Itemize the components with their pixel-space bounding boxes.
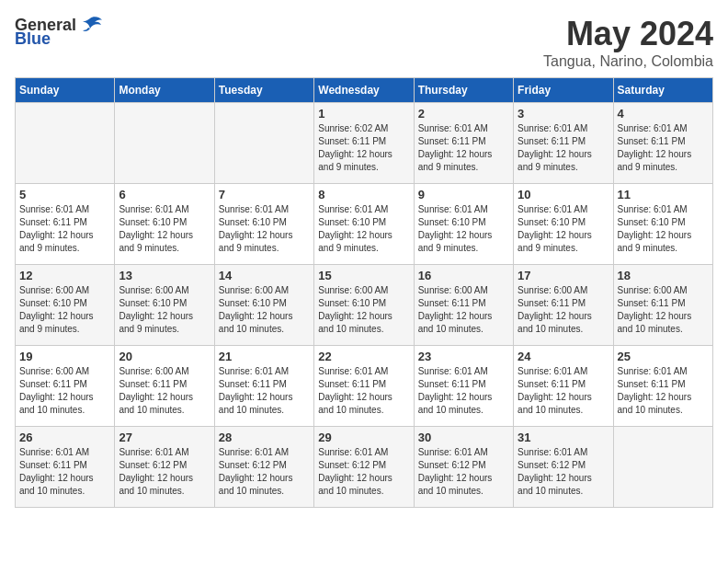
day-info: Sunrise: 6:01 AM Sunset: 6:11 PM Dayligh… [19, 446, 110, 498]
calendar-cell: 11Sunrise: 6:01 AM Sunset: 6:10 PM Dayli… [613, 184, 712, 265]
location-title: Tangua, Narino, Colombia [543, 53, 713, 70]
day-number: 12 [19, 269, 110, 282]
day-number: 1 [318, 107, 409, 121]
day-number: 30 [418, 431, 509, 444]
day-info: Sunrise: 6:01 AM Sunset: 6:10 PM Dayligh… [219, 203, 310, 255]
day-number: 4 [618, 107, 709, 121]
calendar-cell: 23Sunrise: 6:01 AM Sunset: 6:11 PM Dayli… [414, 346, 513, 427]
day-info: Sunrise: 6:01 AM Sunset: 6:10 PM Dayligh… [518, 203, 609, 255]
day-number: 24 [518, 350, 609, 363]
calendar-cell: 1Sunrise: 6:02 AM Sunset: 6:11 PM Daylig… [314, 103, 414, 184]
calendar-cell [214, 103, 313, 184]
calendar-cell [613, 427, 712, 508]
day-info: Sunrise: 6:00 AM Sunset: 6:11 PM Dayligh… [518, 284, 609, 336]
day-info: Sunrise: 6:00 AM Sunset: 6:11 PM Dayligh… [19, 365, 110, 417]
day-number: 6 [119, 188, 210, 201]
calendar-cell: 15Sunrise: 6:00 AM Sunset: 6:10 PM Dayli… [314, 265, 414, 346]
day-number: 8 [318, 188, 409, 201]
day-info: Sunrise: 6:01 AM Sunset: 6:12 PM Dayligh… [518, 446, 609, 498]
day-number: 10 [518, 188, 609, 201]
day-info: Sunrise: 6:00 AM Sunset: 6:10 PM Dayligh… [318, 284, 409, 336]
day-number: 13 [119, 269, 210, 282]
calendar-week-row: 5Sunrise: 6:01 AM Sunset: 6:11 PM Daylig… [16, 184, 713, 265]
calendar-cell: 27Sunrise: 6:01 AM Sunset: 6:12 PM Dayli… [115, 427, 214, 508]
day-number: 27 [119, 431, 210, 444]
header-day-thursday: Thursday [414, 78, 513, 103]
calendar-cell [16, 103, 115, 184]
calendar-cell: 18Sunrise: 6:00 AM Sunset: 6:11 PM Dayli… [613, 265, 712, 346]
calendar-cell: 6Sunrise: 6:01 AM Sunset: 6:10 PM Daylig… [115, 184, 214, 265]
day-number: 19 [19, 350, 110, 363]
calendar-cell: 9Sunrise: 6:01 AM Sunset: 6:10 PM Daylig… [414, 184, 513, 265]
calendar-week-row: 12Sunrise: 6:00 AM Sunset: 6:10 PM Dayli… [16, 265, 713, 346]
calendar-cell: 19Sunrise: 6:00 AM Sunset: 6:11 PM Dayli… [16, 346, 115, 427]
day-number: 17 [518, 269, 609, 282]
header-day-tuesday: Tuesday [214, 78, 313, 103]
day-info: Sunrise: 6:00 AM Sunset: 6:11 PM Dayligh… [119, 365, 210, 417]
day-info: Sunrise: 6:01 AM Sunset: 6:11 PM Dayligh… [618, 122, 709, 174]
day-info: Sunrise: 6:01 AM Sunset: 6:10 PM Dayligh… [318, 203, 409, 255]
page-header: General Blue May 2024 Tangua, Narino, Co… [15, 15, 713, 70]
day-info: Sunrise: 6:01 AM Sunset: 6:11 PM Dayligh… [418, 365, 509, 417]
day-number: 31 [518, 431, 609, 444]
calendar-cell: 2Sunrise: 6:01 AM Sunset: 6:11 PM Daylig… [414, 103, 513, 184]
day-info: Sunrise: 6:01 AM Sunset: 6:10 PM Dayligh… [618, 203, 709, 255]
calendar-cell: 21Sunrise: 6:01 AM Sunset: 6:11 PM Dayli… [214, 346, 313, 427]
day-info: Sunrise: 6:01 AM Sunset: 6:12 PM Dayligh… [219, 446, 310, 498]
calendar-cell: 4Sunrise: 6:01 AM Sunset: 6:11 PM Daylig… [613, 103, 712, 184]
calendar-body: 1Sunrise: 6:02 AM Sunset: 6:11 PM Daylig… [16, 103, 713, 508]
day-number: 18 [618, 269, 709, 282]
calendar-cell: 22Sunrise: 6:01 AM Sunset: 6:11 PM Dayli… [314, 346, 414, 427]
header-day-friday: Friday [514, 78, 613, 103]
calendar-header-row: SundayMondayTuesdayWednesdayThursdayFrid… [16, 78, 713, 103]
calendar-cell: 14Sunrise: 6:00 AM Sunset: 6:10 PM Dayli… [214, 265, 313, 346]
header-day-wednesday: Wednesday [314, 78, 414, 103]
day-info: Sunrise: 6:01 AM Sunset: 6:12 PM Dayligh… [418, 446, 509, 498]
calendar-cell: 26Sunrise: 6:01 AM Sunset: 6:11 PM Dayli… [16, 427, 115, 508]
day-info: Sunrise: 6:01 AM Sunset: 6:11 PM Dayligh… [518, 365, 609, 417]
day-number: 7 [219, 188, 310, 201]
header-day-saturday: Saturday [613, 78, 712, 103]
day-number: 25 [618, 350, 709, 363]
day-number: 28 [219, 431, 310, 444]
day-info: Sunrise: 6:01 AM Sunset: 6:11 PM Dayligh… [219, 365, 310, 417]
calendar-cell: 31Sunrise: 6:01 AM Sunset: 6:12 PM Dayli… [514, 427, 613, 508]
calendar-cell: 3Sunrise: 6:01 AM Sunset: 6:11 PM Daylig… [514, 103, 613, 184]
calendar-cell: 16Sunrise: 6:00 AM Sunset: 6:11 PM Dayli… [414, 265, 513, 346]
logo: General Blue [15, 15, 104, 49]
day-number: 16 [418, 269, 509, 282]
logo-bird-icon [76, 15, 104, 35]
calendar-cell: 5Sunrise: 6:01 AM Sunset: 6:11 PM Daylig… [16, 184, 115, 265]
day-number: 21 [219, 350, 310, 363]
day-info: Sunrise: 6:00 AM Sunset: 6:10 PM Dayligh… [19, 284, 110, 336]
day-info: Sunrise: 6:01 AM Sunset: 6:10 PM Dayligh… [119, 203, 210, 255]
day-number: 5 [19, 188, 110, 201]
calendar-cell [115, 103, 214, 184]
calendar-week-row: 1Sunrise: 6:02 AM Sunset: 6:11 PM Daylig… [16, 103, 713, 184]
calendar-cell: 25Sunrise: 6:01 AM Sunset: 6:11 PM Dayli… [613, 346, 712, 427]
calendar-cell: 13Sunrise: 6:00 AM Sunset: 6:10 PM Dayli… [115, 265, 214, 346]
day-info: Sunrise: 6:01 AM Sunset: 6:11 PM Dayligh… [318, 365, 409, 417]
day-info: Sunrise: 6:01 AM Sunset: 6:11 PM Dayligh… [19, 203, 110, 255]
day-info: Sunrise: 6:01 AM Sunset: 6:12 PM Dayligh… [318, 446, 409, 498]
calendar-cell: 29Sunrise: 6:01 AM Sunset: 6:12 PM Dayli… [314, 427, 414, 508]
calendar-cell: 17Sunrise: 6:00 AM Sunset: 6:11 PM Dayli… [514, 265, 613, 346]
day-number: 3 [518, 107, 609, 121]
day-info: Sunrise: 6:01 AM Sunset: 6:11 PM Dayligh… [618, 365, 709, 417]
calendar-cell: 24Sunrise: 6:01 AM Sunset: 6:11 PM Dayli… [514, 346, 613, 427]
calendar-cell: 8Sunrise: 6:01 AM Sunset: 6:10 PM Daylig… [314, 184, 414, 265]
day-info: Sunrise: 6:01 AM Sunset: 6:12 PM Dayligh… [119, 446, 210, 498]
day-number: 2 [418, 107, 509, 121]
calendar-cell: 30Sunrise: 6:01 AM Sunset: 6:12 PM Dayli… [414, 427, 513, 508]
day-number: 26 [19, 431, 110, 444]
day-info: Sunrise: 6:01 AM Sunset: 6:11 PM Dayligh… [518, 122, 609, 174]
calendar-week-row: 26Sunrise: 6:01 AM Sunset: 6:11 PM Dayli… [16, 427, 713, 508]
calendar-week-row: 19Sunrise: 6:00 AM Sunset: 6:11 PM Dayli… [16, 346, 713, 427]
day-info: Sunrise: 6:00 AM Sunset: 6:10 PM Dayligh… [219, 284, 310, 336]
day-number: 20 [119, 350, 210, 363]
header-day-monday: Monday [115, 78, 214, 103]
day-info: Sunrise: 6:00 AM Sunset: 6:11 PM Dayligh… [618, 284, 709, 336]
day-info: Sunrise: 6:01 AM Sunset: 6:10 PM Dayligh… [418, 203, 509, 255]
day-number: 23 [418, 350, 509, 363]
title-block: May 2024 Tangua, Narino, Colombia [543, 15, 713, 70]
